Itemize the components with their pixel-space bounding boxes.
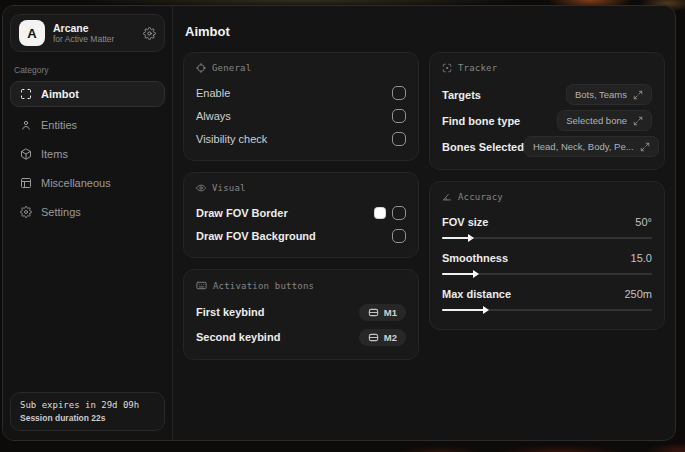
tracker-card-title: Tracker [458,63,497,73]
angle-icon [442,192,452,202]
slider-thumb[interactable] [468,234,474,242]
setting-row-find-bone-type: Find bone type Selected bone [442,108,652,133]
setting-row-first-keybind: First keybind M1 [196,300,406,324]
draw-fov-background-checkbox[interactable] [392,229,406,243]
setting-label: Smoothness [442,252,508,264]
second-keybind-button[interactable]: M2 [359,329,406,346]
sub-expiry-text: Sub expires in 29d 09h [20,400,155,410]
activation-card-header: Activation buttons [196,280,406,291]
cube-icon [20,148,32,160]
setting-label: Enable [196,87,230,99]
brand-logo: A [19,20,45,46]
draw-fov-border-checkbox[interactable] [392,206,406,220]
crosshair-icon [196,63,206,73]
smoothness-slider[interactable] [442,269,652,278]
layout-icon [20,177,32,189]
sidebar-item-label: Entities [41,119,77,131]
slider-fill [442,309,486,311]
accuracy-card-title: Accuracy [458,192,503,202]
setting-row-second-keybind: Second keybind M2 [196,325,406,349]
brand-name: Arcane [53,22,114,34]
session-duration-text: Session duration 22s [20,413,155,423]
expand-icon [633,90,643,100]
expand-icon [633,116,643,126]
slider-label-row: Max distance 250m [442,283,652,304]
fov-size-slider[interactable] [442,233,652,242]
row-controls [374,206,406,220]
gear-icon [20,206,32,218]
setting-label: Visibility check [196,133,267,145]
activation-card-title: Activation buttons [213,281,314,291]
setting-row-draw-fov-background: Draw FOV Background [196,225,406,247]
brand-card: A Arcane for Active Matter [10,14,165,52]
right-column: Tracker Targets Bots, Teams [429,52,665,330]
content-columns: General Enable Always Visibility check [183,52,665,360]
sidebar-item-items[interactable]: Items [10,141,165,167]
always-checkbox[interactable] [392,109,406,123]
setting-row-visibility-check: Visibility check [196,128,406,150]
first-keybind-button[interactable]: M1 [359,304,406,321]
visibility-check-checkbox[interactable] [392,132,406,146]
sidebar-item-miscellaneous[interactable]: Miscellaneous [10,170,165,196]
accuracy-card: Accuracy FOV size 50° [429,181,665,330]
slider-group-fov-size: FOV size 50° [442,211,652,242]
setting-label: FOV size [442,216,488,228]
brand-initial: A [27,26,36,41]
activation-buttons-card: Activation buttons First keybind M1 [183,269,419,360]
expand-icon [640,142,650,152]
setting-label: Draw FOV Background [196,230,316,242]
select-value: Head, Neck, Body, Pe... [533,141,634,152]
slider-thumb[interactable] [473,270,479,278]
slider-value: 250m [624,288,652,300]
slider-fill [442,237,471,239]
slider-label-row: FOV size 50° [442,211,652,232]
find-bone-type-select[interactable]: Selected bone [557,110,652,131]
max-distance-slider[interactable] [442,305,652,314]
category-label: Category [14,65,161,75]
enable-checkbox[interactable] [392,86,406,100]
sidebar-item-label: Settings [41,206,81,218]
brand-text: Arcane for Active Matter [53,22,114,45]
visual-card: Visual Draw FOV Border Draw FOV Backgrou… [183,172,419,258]
bones-selected-select[interactable]: Head, Neck, Body, Pe... [524,136,659,157]
slider-thumb[interactable] [483,306,489,314]
crosshair-scan-icon [20,88,32,100]
mouse-button-icon [368,332,379,343]
main-panel: Aimbot General Enable [173,6,675,440]
sidebar-item-settings[interactable]: Settings [10,199,165,225]
game-background: A Arcane for Active Matter Category Aimb… [0,0,685,452]
accuracy-card-header: Accuracy [442,192,652,202]
eye-icon [196,183,206,193]
page-title: Aimbot [185,24,663,39]
subscription-card: Sub expires in 29d 09h Session duration … [10,392,165,431]
setting-label: Always [196,110,231,122]
slider-group-smoothness: Smoothness 15.0 [442,247,652,278]
setting-label: First keybind [196,306,264,318]
setting-label: Find bone type [442,115,520,127]
setting-label: Draw FOV Border [196,207,288,219]
setting-row-targets: Targets Bots, Teams [442,82,652,107]
tracker-card: Tracker Targets Bots, Teams [429,52,665,170]
focus-target-icon [442,63,452,73]
targets-select[interactable]: Bots, Teams [566,84,652,105]
sidebar-item-label: Miscellaneous [41,177,111,189]
setting-label: Second keybind [196,331,280,343]
sidebar-item-label: Items [41,148,68,160]
setting-row-enable: Enable [196,82,406,104]
setting-row-always: Always [196,105,406,127]
brand-subtitle: for Active Matter [53,35,114,45]
sidebar-item-entities[interactable]: Entities [10,112,165,138]
keybind-value: M1 [384,307,397,318]
select-value: Bots, Teams [575,89,627,100]
setting-label: Bones Selected [442,141,524,153]
fov-border-color-swatch[interactable] [374,207,386,219]
visual-card-header: Visual [196,183,406,193]
person-icon [20,119,32,131]
setting-row-bones-selected: Bones Selected Head, Neck, Body, Pe... [442,134,652,159]
sidebar-item-aimbot[interactable]: Aimbot [10,81,165,107]
slider-value: 50° [635,216,652,228]
slider-value: 15.0 [631,252,652,264]
tracker-card-header: Tracker [442,63,652,73]
visual-card-title: Visual [212,183,246,193]
gear-icon[interactable] [143,27,156,40]
